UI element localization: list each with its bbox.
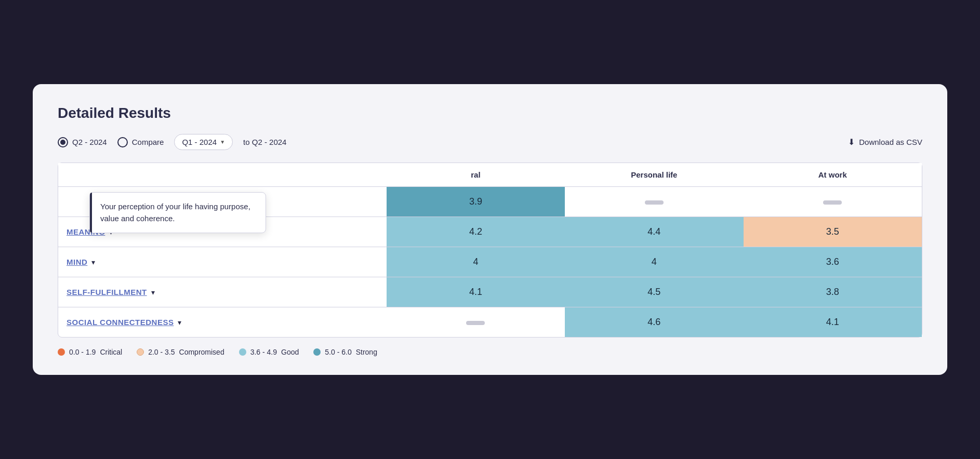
col-header-category bbox=[58, 163, 387, 187]
mind-personal: 4 bbox=[565, 247, 743, 277]
tooltip-box: Your perception of your life having purp… bbox=[89, 192, 266, 233]
social-connectedness-general bbox=[387, 307, 565, 338]
radio-circle-compare bbox=[117, 137, 128, 147]
meaning-personal: 4.4 bbox=[565, 217, 743, 247]
download-icon: ⬇ bbox=[848, 137, 855, 147]
social-connectedness-label-cell: SOCIAL CONNECTEDNESS ▾ bbox=[58, 307, 387, 338]
tooltip-bar bbox=[90, 193, 92, 233]
legend-compromised-range: 2.0 - 3.5 bbox=[148, 348, 175, 356]
radio-circle-selected bbox=[58, 137, 68, 147]
self-fulfillment-at-work: 3.8 bbox=[744, 277, 922, 307]
col-header-general: ral bbox=[387, 163, 565, 187]
chevron-down-icon: ▼ bbox=[220, 139, 225, 145]
legend-item-good: 3.6 - 4.9 Good bbox=[239, 348, 299, 356]
legend-good-range: 3.6 - 4.9 bbox=[250, 348, 277, 356]
mind-at-work: 3.6 bbox=[744, 247, 922, 277]
dash-bar bbox=[645, 200, 664, 205]
legend-good-label: Good bbox=[281, 348, 299, 356]
radio-compare[interactable]: Compare bbox=[117, 137, 164, 147]
legend-dot-good bbox=[239, 348, 246, 356]
self-fulfillment-general: 4.1 bbox=[387, 277, 565, 307]
legend-compromised-label: Compromised bbox=[179, 348, 224, 356]
legend: 0.0 - 1.9 Critical 2.0 - 3.5 Compromised… bbox=[58, 348, 922, 356]
to-label: to Q2 - 2024 bbox=[243, 138, 286, 146]
legend-item-compromised: 2.0 - 3.5 Compromised bbox=[137, 348, 224, 356]
social-connectedness-at-work: 4.1 bbox=[744, 307, 922, 338]
self-fulfillment-row-label: SELF-FULFILLMENT ▾ bbox=[67, 288, 378, 296]
dropdown-value: Q1 - 2024 bbox=[182, 138, 217, 146]
tooltip-text: Your perception of your life having purp… bbox=[100, 202, 250, 223]
page-title: Detailed Results bbox=[58, 105, 922, 122]
legend-dot-strong bbox=[313, 348, 321, 356]
period-dropdown[interactable]: Q1 - 2024 ▼ bbox=[174, 134, 233, 150]
controls-row: Q2 - 2024 Compare Q1 - 2024 ▼ to Q2 - 20… bbox=[58, 134, 922, 150]
table-row-social-connectedness: SOCIAL CONNECTEDNESS ▾ 4.6 4.1 bbox=[58, 307, 922, 338]
legend-item-strong: 5.0 - 6.0 Strong bbox=[313, 348, 377, 356]
first-row-personal bbox=[565, 187, 743, 217]
dash-bar-2 bbox=[823, 200, 842, 205]
meaning-general: 4.2 bbox=[387, 217, 565, 247]
self-fulfillment-chevron-icon[interactable]: ▾ bbox=[151, 288, 155, 296]
main-card: Detailed Results Q2 - 2024 Compare Q1 - … bbox=[33, 84, 947, 375]
social-connectedness-row-label: SOCIAL CONNECTEDNESS ▾ bbox=[67, 318, 378, 327]
table-row-first: Your perception of your life having purp… bbox=[58, 187, 922, 217]
table-header-row: ral Personal life At work bbox=[58, 163, 922, 187]
mind-general: 4 bbox=[387, 247, 565, 277]
legend-critical-label: Critical bbox=[100, 348, 122, 356]
col-header-personal-life: Personal life bbox=[565, 163, 743, 187]
dash-bar-3 bbox=[466, 321, 485, 325]
table-row-mind: MIND ▾ 4 4 3.6 bbox=[58, 247, 922, 277]
legend-dot-critical bbox=[58, 348, 65, 356]
tooltip-cell: Your perception of your life having purp… bbox=[58, 187, 387, 217]
table-row-self-fulfillment: SELF-FULFILLMENT ▾ 4.1 4.5 3.8 bbox=[58, 277, 922, 307]
self-fulfillment-link[interactable]: SELF-FULFILLMENT bbox=[67, 288, 147, 296]
legend-strong-range: 5.0 - 6.0 bbox=[325, 348, 351, 356]
mind-chevron-icon[interactable]: ▾ bbox=[91, 258, 95, 266]
legend-item-critical: 0.0 - 1.9 Critical bbox=[58, 348, 122, 356]
results-table-container: ral Personal life At work Your perceptio… bbox=[58, 163, 922, 338]
social-connectedness-link[interactable]: SOCIAL CONNECTEDNESS bbox=[67, 318, 174, 327]
first-row-general: 3.9 bbox=[387, 187, 565, 217]
self-fulfillment-personal: 4.5 bbox=[565, 277, 743, 307]
radio-compare-label: Compare bbox=[132, 138, 164, 146]
first-row-at-work bbox=[744, 187, 922, 217]
mind-row-label: MIND ▾ bbox=[67, 258, 378, 266]
legend-dot-compromised bbox=[137, 348, 144, 356]
results-table: ral Personal life At work Your perceptio… bbox=[58, 163, 922, 337]
radio-q2-2024[interactable]: Q2 - 2024 bbox=[58, 137, 107, 147]
legend-strong-label: Strong bbox=[356, 348, 377, 356]
legend-critical-range: 0.0 - 1.9 bbox=[69, 348, 96, 356]
social-connectedness-personal: 4.6 bbox=[565, 307, 743, 338]
self-fulfillment-label-cell: SELF-FULFILLMENT ▾ bbox=[58, 277, 387, 307]
download-csv-button[interactable]: ⬇ Download as CSV bbox=[848, 137, 922, 147]
meaning-at-work: 3.5 bbox=[744, 217, 922, 247]
download-label: Download as CSV bbox=[859, 138, 922, 146]
radio-q2-label: Q2 - 2024 bbox=[72, 138, 107, 146]
mind-link[interactable]: MIND bbox=[67, 258, 87, 266]
mind-label-cell: MIND ▾ bbox=[58, 247, 387, 277]
col-header-at-work: At work bbox=[744, 163, 922, 187]
social-connectedness-chevron-icon[interactable]: ▾ bbox=[178, 318, 181, 327]
